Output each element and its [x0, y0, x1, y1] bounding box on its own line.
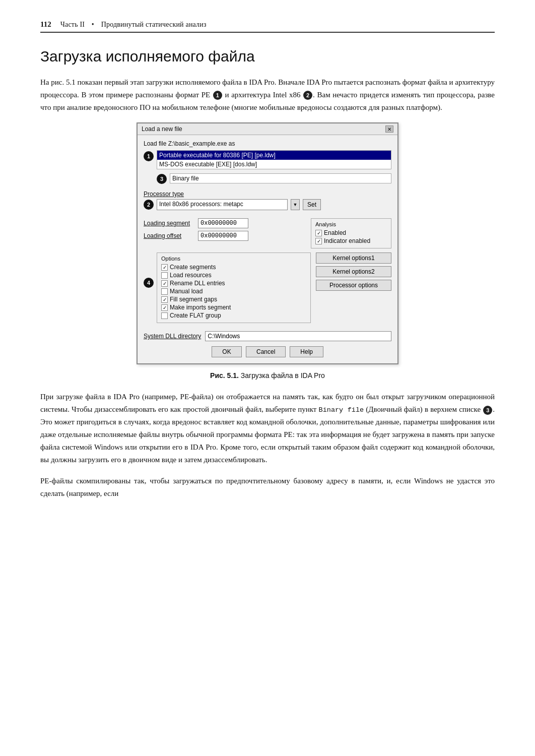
cancel-button[interactable]: Cancel	[246, 346, 286, 357]
analysis-enabled-checkbox[interactable]	[315, 230, 322, 236]
ok-button[interactable]: OK	[212, 346, 242, 357]
dialog-body: Load file Z:\basic_example.exe as 1 Port…	[138, 135, 397, 363]
dialog-buttons: OK Cancel Help	[144, 346, 391, 357]
opt-fill-segment: Fill segment gaps	[161, 296, 306, 303]
file-list-item-pe[interactable]: Portable executable for 80386 [PE] [pe.l…	[157, 151, 391, 160]
figure-caption-text: Загрузка файла в IDA Pro	[239, 371, 325, 380]
analysis-box: Analysis Enabled Indicator enabled	[311, 218, 391, 248]
figure-caption-bold: Рис. 5.1.	[210, 371, 239, 380]
manual-load-label: Manual load	[170, 288, 203, 295]
manual-load-cb[interactable]	[161, 288, 168, 295]
processor-set-button[interactable]: Set	[303, 199, 321, 210]
file-list-item-binary[interactable]: Binary file	[170, 174, 391, 183]
analysis-panel: Analysis Enabled Indicator enabled	[311, 218, 391, 248]
figure-caption: Рис. 5.1. Загрузка файла в IDA Pro	[40, 371, 495, 380]
load-resources-label: Load resources	[170, 272, 212, 279]
page-number: 112	[40, 20, 51, 29]
analysis-indicator-row: Indicator enabled	[315, 237, 387, 244]
options-box: Options Create segments Load resources	[157, 253, 311, 323]
fill-segment-cb[interactable]	[161, 296, 168, 303]
opt-create-segments: Create segments	[161, 264, 306, 271]
file-list-item-dos[interactable]: MS-DOS executable [EXE] [dos.ldw]	[157, 160, 391, 169]
close-button[interactable]: ✕	[385, 125, 393, 133]
dialog-titlebar: Load a new file ✕	[138, 123, 397, 135]
processor-dropdown-arrow[interactable]: ▼	[291, 199, 300, 210]
file-list-section: 1 Portable executable for 80386 [PE] [pe…	[144, 150, 391, 183]
opt-rename-dll: Rename DLL entries	[161, 280, 306, 287]
paragraph-3: PE-файлы скомпилированы так, чтобы загру…	[40, 475, 495, 500]
load-resources-cb[interactable]	[161, 272, 168, 279]
paragraph-2: При загрузке файла в IDA Pro (например, …	[40, 391, 495, 466]
create-segments-label: Create segments	[170, 264, 216, 271]
create-flat-label: Create FLAT group	[170, 312, 221, 319]
paragraph-1: На рис. 5.1 показан первый этап загрузки…	[40, 76, 495, 113]
options-section-wrapper: 4 Options Create segments	[144, 253, 391, 327]
processor-label: Processor type	[144, 191, 391, 198]
loading-offset-input[interactable]	[198, 231, 248, 241]
analysis-indicator-checkbox[interactable]	[315, 238, 322, 244]
circle-3: 3	[157, 174, 167, 184]
processor-section: Processor type 2 Intel 80x86 processors:…	[144, 191, 391, 210]
circle-2-inline: 2	[303, 91, 312, 100]
help-button[interactable]: Help	[290, 346, 323, 357]
load-file-dialog: Load a new file ✕ Load file Z:\basic_exa…	[137, 122, 398, 364]
create-flat-cb[interactable]	[161, 312, 168, 319]
loading-offset-label: Loading offset	[144, 232, 194, 239]
processor-select[interactable]: Intel 80x86 processors: metapc	[157, 199, 288, 210]
load-label-row: Load file Z:\basic_example.exe as	[144, 140, 391, 147]
make-imports-label: Make imports segment	[170, 304, 231, 311]
circle-2: 2	[144, 200, 154, 210]
binary-file-mono: Binary file	[319, 406, 364, 414]
rename-dll-cb[interactable]	[161, 280, 168, 287]
analysis-enabled-row: Enabled	[315, 229, 387, 236]
create-segments-cb[interactable]	[161, 264, 168, 271]
page: 112 Часть II • Продвинутый статический а…	[0, 0, 535, 756]
section-title: Загрузка исполняемого файла	[40, 48, 495, 65]
bottom-section: Options Create segments Load resources	[157, 253, 391, 327]
processor-row-wrapper: 2 Intel 80x86 processors: metapc ▼ Set	[144, 199, 391, 210]
analysis-indicator-label: Indicator enabled	[324, 237, 370, 244]
dialog-title: Load a new file	[142, 125, 182, 133]
chapter-label: Часть II • Продвинутый статический анали…	[60, 21, 207, 29]
opt-create-flat: Create FLAT group	[161, 312, 306, 319]
file-list[interactable]: Portable executable for 80386 [PE] [pe.l…	[157, 150, 391, 169]
system-dll-row: System DLL directory	[144, 331, 391, 341]
options-right: Kernel options1 Kernel options2 Processo…	[316, 253, 391, 327]
analysis-enabled-label: Enabled	[324, 229, 346, 236]
circle-3-inline: 3	[483, 406, 492, 415]
dialog-wrapper: Load a new file ✕ Load file Z:\basic_exa…	[40, 122, 495, 364]
options-title: Options	[161, 256, 306, 262]
loading-segment-input[interactable]	[198, 218, 248, 228]
mid-section: Loading segment Loading offset Analysis	[144, 218, 391, 248]
circle-1: 1	[144, 151, 154, 161]
page-header: 112 Часть II • Продвинутый статический а…	[40, 20, 495, 33]
circle-1-inline: 1	[213, 91, 222, 100]
loading-offset-row: Loading offset	[144, 231, 306, 241]
file-list-binary[interactable]: Binary file	[170, 173, 391, 183]
loading-segment-label: Loading segment	[144, 220, 194, 227]
processor-options-button[interactable]: Processor options	[316, 280, 391, 291]
rename-dll-label: Rename DLL entries	[170, 280, 225, 287]
system-dll-input[interactable]	[205, 331, 391, 341]
binary-file-row: 3 Binary file	[157, 173, 391, 183]
load-file-label: Load file Z:\basic_example.exe as	[144, 140, 235, 147]
dialog-container: Load a new file ✕ Load file Z:\basic_exa…	[137, 122, 398, 364]
opt-make-imports: Make imports segment	[161, 304, 306, 311]
fill-segment-label: Fill segment gaps	[170, 296, 217, 303]
circle-4: 4	[144, 278, 154, 288]
opt-load-resources: Load resources	[161, 272, 306, 279]
processor-row: Intel 80x86 processors: metapc ▼ Set	[157, 199, 391, 210]
kernel-options2-button[interactable]: Kernel options2	[316, 266, 391, 277]
analysis-title: Analysis	[315, 221, 387, 227]
opt-manual-load: Manual load	[161, 288, 306, 295]
kernel-options1-button[interactable]: Kernel options1	[316, 253, 391, 264]
system-dll-label: System DLL directory	[144, 333, 201, 340]
options-left: Options Create segments Load resources	[157, 253, 311, 327]
loading-fields: Loading segment Loading offset	[144, 218, 306, 248]
loading-segment-row: Loading segment	[144, 218, 306, 228]
make-imports-cb[interactable]	[161, 304, 168, 311]
